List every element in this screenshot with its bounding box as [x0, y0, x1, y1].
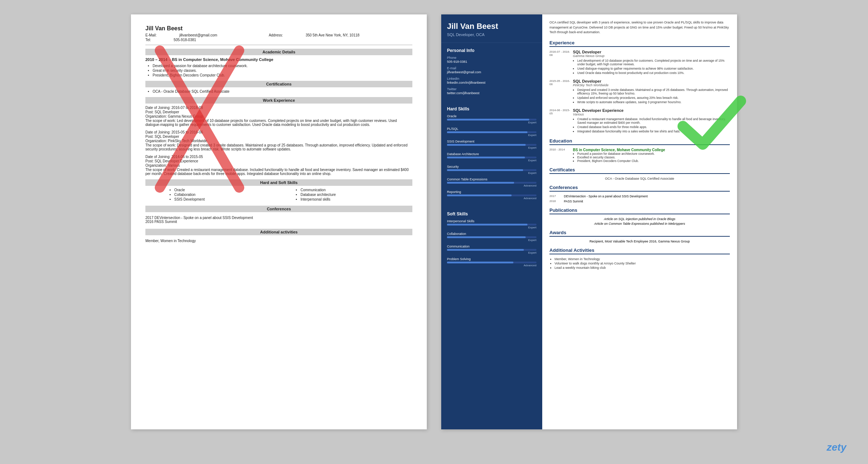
- page-container: Jill Van Beest E-Mail: jillvanbeest@gmai…: [0, 0, 868, 464]
- conf-section-title: Conferences: [145, 206, 412, 212]
- exp2-content: SQL Developer Experience Various Created…: [573, 108, 730, 134]
- work2-dates: Date of Joining: 2015-05 to 2016-06: [145, 130, 412, 134]
- conf-right-0: 2017 DEVintersection - Spoke on a panel …: [549, 194, 730, 198]
- address-value: 350 5th Ave New York, NY, 10118: [306, 33, 359, 37]
- hs5-name: Common Table Expressions: [447, 178, 536, 181]
- exp-entry-1: 2015-05 - 2016-06 SQL Developer PinkSky …: [549, 79, 730, 105]
- exp-entry-2: 2014-06 - 2015-05 SQL Developer Experien…: [549, 108, 730, 134]
- addl-1: Member, Women in Technology: [145, 239, 412, 243]
- twitter-value: twitter.com/jillvanbeest: [447, 91, 536, 95]
- hs0-bar-fill: [447, 119, 529, 121]
- hard-skill-2: SSIS Development Expert: [447, 140, 536, 149]
- hs4-level: Expert: [447, 171, 536, 175]
- edu-bullet-3: President, Bighorn Decoders Computer Clu…: [153, 73, 412, 77]
- addl-r2: Lead a weekly mountain biking club: [554, 266, 730, 270]
- pub-1: Article on Common Table Expressions publ…: [549, 222, 730, 226]
- hard-skill-1: PL/SQL Expert: [447, 127, 536, 137]
- summary-text: OCA certified SQL developer with 3 years…: [549, 20, 730, 35]
- work1-post: Post: SQL Developer: [145, 110, 412, 114]
- exp2-company: Various: [573, 113, 730, 116]
- edu-degree: BS in Computer Science, Mohave Community…: [172, 57, 273, 62]
- exp1-b1: Updated and enforced security procedures…: [577, 96, 730, 100]
- conf0-desc: DEVintersection - Spoke on a panel about…: [564, 194, 730, 198]
- edu-b2: President, Bighorn Decoders Computer Clu…: [577, 159, 730, 163]
- addl-section-title: Additional activities: [145, 229, 412, 235]
- skill-6: Interpersonal skills: [301, 197, 412, 201]
- cert-list: OCA - Oracle Database SQL Certified Asso…: [145, 89, 412, 93]
- skill-5: Database architecture: [301, 193, 412, 197]
- hs6-name: Reporting: [447, 190, 536, 194]
- exp2-dates: 2014-06 - 2015-05: [549, 108, 573, 134]
- hs0-bar-bg: [447, 119, 536, 121]
- zety-watermark: zety: [827, 442, 846, 453]
- hs1-bar-fill: [447, 131, 527, 133]
- exp0-b1: Used dialogue-mapping to gather requirem…: [577, 67, 730, 70]
- exp0-bullets: Led development of 10 database projects …: [573, 59, 730, 75]
- exp0-content: SQL Developer Gamma Nexus Group Led deve…: [573, 50, 730, 75]
- hs4-bar-fill: [447, 169, 523, 171]
- exp0-b2: Used Oracle data modeling to boost produ…: [577, 71, 730, 75]
- hard-skill-0: Oracle Expert: [447, 114, 536, 124]
- linkedin-field: LinkedIn linkedin.com/in/jillvanbeest: [447, 77, 536, 84]
- email-label: E-Mail:: [145, 33, 157, 37]
- exp0-title: SQL Developer: [573, 50, 730, 54]
- edu-dates: 2010 - 2014: [549, 148, 573, 163]
- hs0-level: Expert: [447, 121, 536, 124]
- award-section-title: Awards: [549, 230, 730, 237]
- exp0-b0: Led development of 10 database projects …: [577, 59, 730, 66]
- hard-skills-title: Hard Skills: [447, 106, 536, 111]
- conferences-content: 2017 DEVintersection - Spoke on a panel …: [145, 214, 412, 225]
- pub-section-title: Publications: [549, 207, 730, 214]
- conf-1: 2017 DEVintersection - Spoke on a panel …: [145, 216, 412, 220]
- ss2-name: Communication: [447, 245, 536, 248]
- hs2-bar-bg: [447, 144, 536, 146]
- work-entry-3: Date of Joining: 2014-06 to 2015-05 Post…: [145, 155, 412, 176]
- work1-dates: Date of Joining: 2016-07 to 2018-08: [145, 106, 412, 110]
- hs1-level: Expert: [447, 133, 536, 137]
- cert-right-entry: OCA - Oracle Database SQL Certified Asso…: [549, 177, 730, 180]
- addl-right-list: Member, Women in Technology Volunteer to…: [549, 257, 730, 270]
- linkedin-label: LinkedIn: [447, 77, 536, 80]
- cert-item-1: OCA - Oracle Database SQL Certified Asso…: [153, 89, 412, 93]
- exp2-title: SQL Developer Experience: [573, 108, 730, 113]
- work-entry-1: Date of Joining: 2016-07 to 2018-08 Post…: [145, 106, 412, 127]
- ss0-bar-fill: [447, 224, 527, 226]
- hs2-bar-fill: [447, 144, 526, 146]
- hs3-name: Database Architecture: [447, 152, 536, 156]
- left-name: Jill Van Beest: [145, 25, 412, 32]
- header-divider: [145, 45, 412, 45]
- exp1-dates: 2015-05 - 2016-06: [549, 79, 573, 105]
- ss1-bar-fill: [447, 236, 526, 238]
- edu-bullet-2: Great in in security classes.: [153, 69, 412, 73]
- hard-skill-3: Database Architecture Expert: [447, 152, 536, 162]
- hs3-level: Expert: [447, 159, 536, 162]
- right-main: OCA certified SQL developer with 3 years…: [542, 14, 737, 429]
- soft-skill-0: Interpersonal Skills Expert: [447, 219, 536, 229]
- addl-r1: Volunteer to walk dogs monthly at Arroyo…: [554, 262, 730, 265]
- exp1-bullets: Designed and created 3 onsite databases.…: [573, 88, 730, 104]
- edu-bullets: Pursued a passion for database architect…: [573, 152, 730, 163]
- personal-info-section: Personal Info Phone 505-918-0381 E-mail …: [441, 43, 542, 101]
- ss3-bar-fill: [447, 262, 513, 263]
- conf-right-title: Conferences: [549, 185, 730, 192]
- exp1-b2: Wrote scripts to automate software updat…: [577, 100, 730, 104]
- left-email: E-Mail: jillvanbeest@gmail.com Address: …: [145, 33, 412, 37]
- edu-b0: Pursued a passion for database architect…: [577, 152, 730, 156]
- resume-right: Jill Van Beest SQL Developer, OCA Person…: [441, 14, 737, 429]
- hs1-name: PL/SQL: [447, 127, 536, 131]
- twitter-label: Twitter: [447, 87, 536, 91]
- exp0-dates: 2016-07 - 2018-08: [549, 50, 573, 75]
- work1-scope: The scope of work: Led development of 10…: [145, 119, 412, 127]
- exp1-company: PinkSky Tech Worldwide: [573, 83, 730, 87]
- exp0-company: Gamma Nexus Group: [573, 54, 730, 58]
- skill-4: Communication: [301, 188, 412, 192]
- edu-bullets: Developed a passion for database archite…: [145, 64, 412, 77]
- right-sidebar: Jill Van Beest SQL Developer, OCA Person…: [441, 14, 542, 429]
- hs4-name: Security: [447, 165, 536, 168]
- hs1-bar-bg: [447, 131, 536, 133]
- work-entry-2: Date of Joining: 2015-05 to 2016-06 Post…: [145, 130, 412, 151]
- tel-value: 505-918-0381: [174, 38, 196, 42]
- ss0-name: Interpersonal Skills: [447, 219, 536, 223]
- hard-skills-section: Hard Skills Oracle Expert PL/SQL Expert …: [441, 101, 542, 206]
- conf1-desc: PASS Summit: [564, 200, 730, 203]
